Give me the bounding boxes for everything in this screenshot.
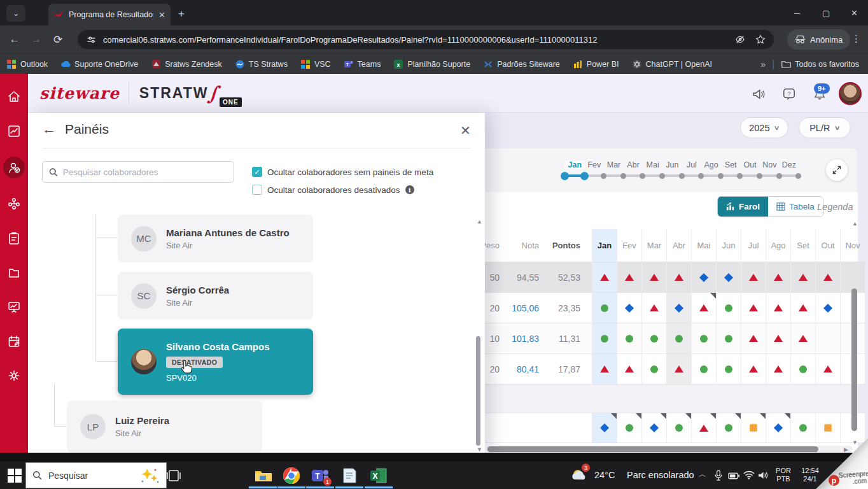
column-header-pontos[interactable]: Pontos: [545, 229, 587, 262]
status-cell-blue-diamond[interactable]: [716, 262, 741, 292]
back-icon[interactable]: ←: [42, 121, 56, 138]
tab-tabela[interactable]: Tabela: [768, 197, 823, 216]
summary-status-cell-blue-diamond[interactable]: [766, 413, 790, 443]
cell-nota[interactable]: 80,41: [506, 354, 545, 384]
battery-icon[interactable]: [728, 471, 740, 480]
person-card-3[interactable]: Silvano Costa CamposSPV020DESATIVADO: [118, 329, 313, 395]
cell-nota[interactable]: 94,55: [506, 262, 545, 292]
sidebar-item-performance-chart[interactable]: [5, 122, 23, 140]
status-cell-red-triangle[interactable]: [790, 262, 815, 292]
tab-farol[interactable]: Farol: [718, 197, 768, 216]
status-cell-green-circle[interactable]: [716, 293, 741, 323]
summary-status-cell-green-circle[interactable]: [790, 413, 815, 443]
person-card-2[interactable]: SCSérgio CorrêaSite Air: [118, 272, 313, 320]
bookmark-ts-stratws[interactable]: TS Stratws: [235, 59, 288, 69]
search-input[interactable]: [63, 167, 227, 177]
window-maximize-button[interactable]: ▢: [822, 8, 830, 18]
status-cell-green-circle[interactable]: [666, 323, 691, 353]
status-cell-red-triangle[interactable]: [741, 262, 766, 292]
slider-tick[interactable]: [718, 173, 724, 179]
browser-tab[interactable]: Programa de Resultados ✕: [48, 4, 171, 25]
wifi-icon[interactable]: [743, 471, 755, 479]
window-minimize-button[interactable]: ─: [794, 8, 800, 18]
bookmark-vsc[interactable]: VSC: [300, 59, 331, 69]
scroll-down-icon[interactable]: ▼: [852, 439, 858, 446]
status-cell-red-triangle[interactable]: [766, 262, 790, 292]
bookmarks-overflow-icon[interactable]: »: [760, 59, 766, 69]
bookmark-sratws-zendesk[interactable]: Sratws Zendesk: [151, 59, 222, 69]
panel-close-icon[interactable]: ✕: [460, 123, 471, 138]
status-cell-red-triangle[interactable]: [641, 293, 666, 323]
user-avatar[interactable]: [839, 82, 862, 105]
scroll-up-icon[interactable]: ▲: [852, 220, 858, 227]
weather-icon[interactable]: 3: [570, 465, 589, 485]
site-info-icon[interactable]: [86, 34, 97, 45]
status-cell-red-triangle[interactable]: [766, 354, 790, 384]
summary-status-cell-orange-square[interactable]: [741, 413, 766, 443]
horizontal-scrollbar[interactable]: [487, 446, 818, 452]
bookmark-chatgpt-openai[interactable]: ChatGPT | OpenAI: [632, 59, 712, 69]
status-cell-red-triangle[interactable]: [741, 293, 766, 323]
language-indicator[interactable]: PORPTB: [773, 467, 794, 483]
bookmark-teams[interactable]: TTeams: [344, 59, 381, 69]
sidebar-item-team[interactable]: [5, 195, 23, 213]
month-label-jun[interactable]: Jun: [662, 160, 682, 169]
status-cell-red-triangle[interactable]: [641, 262, 666, 292]
taskbar-app-notepad[interactable]: [340, 467, 358, 485]
summary-status-cell-orange-square[interactable]: [815, 413, 840, 443]
status-cell-red-triangle[interactable]: [666, 354, 691, 384]
status-cell-red-triangle[interactable]: [766, 293, 790, 323]
info-icon[interactable]: i: [405, 185, 414, 194]
column-header-nota[interactable]: Nota: [506, 229, 545, 262]
panel-scrollbar[interactable]: [476, 336, 480, 446]
tab-close-icon[interactable]: ✕: [158, 10, 165, 20]
status-cell-red-triangle[interactable]: [617, 262, 641, 292]
new-tab-button[interactable]: +: [178, 8, 185, 20]
status-cell-red-triangle[interactable]: [691, 293, 716, 323]
month-column-header-abr[interactable]: Abr: [666, 229, 691, 262]
back-button[interactable]: ←: [4, 33, 25, 46]
status-cell-red-triangle[interactable]: [790, 293, 815, 323]
scope-dropdown[interactable]: PL/R∨: [799, 117, 851, 138]
status-cell-green-circle[interactable]: [641, 354, 666, 384]
browser-menu-icon[interactable]: ⋮: [851, 33, 862, 45]
month-column-header-mar[interactable]: Mar: [641, 229, 666, 262]
month-column-header-jun[interactable]: Jun: [716, 229, 741, 262]
month-label-abr[interactable]: Abr: [623, 160, 643, 169]
status-cell-green-circle[interactable]: [691, 323, 716, 353]
sidebar-item-home[interactable]: [5, 88, 23, 106]
month-label-nov[interactable]: Nov: [759, 160, 780, 169]
tab-search-button[interactable]: ⌄: [6, 5, 25, 22]
start-button[interactable]: [8, 469, 22, 483]
taskbar-app-explorer[interactable]: [254, 467, 272, 485]
status-cell-red-triangle[interactable]: [766, 323, 790, 353]
person-card-4[interactable]: LPLuiz PereiraSite Air: [67, 400, 262, 453]
cell-nota[interactable]: 101,83: [506, 323, 545, 353]
eye-off-icon[interactable]: [734, 34, 746, 45]
month-column-header-jul[interactable]: Jul: [741, 229, 766, 262]
month-column-header-out[interactable]: Out: [815, 229, 840, 262]
bookmark-suporte-onedrive[interactable]: Suporte OneDrive: [60, 59, 138, 69]
status-cell-blue-diamond[interactable]: [815, 293, 840, 323]
month-label-mar[interactable]: Mar: [604, 160, 624, 169]
status-badge[interactable]: DESATIVADO: [166, 357, 223, 368]
summary-status-cell-blue-diamond[interactable]: [641, 413, 666, 443]
clock[interactable]: 12:5424/1: [797, 467, 823, 483]
collaborator-search[interactable]: [42, 161, 234, 183]
checkbox-unchecked-icon[interactable]: [252, 185, 262, 195]
sidebar-item-documents[interactable]: [5, 264, 23, 281]
slider-tick[interactable]: [776, 173, 782, 179]
bookmark-padr-es-siteware[interactable]: Padrões Siteware: [483, 59, 560, 69]
month-label-out[interactable]: Out: [740, 160, 760, 169]
forward-button[interactable]: →: [25, 33, 47, 46]
panel-scroll-down-icon[interactable]: ▼: [477, 446, 482, 453]
window-close-button[interactable]: ✕: [851, 8, 858, 18]
month-label-mai[interactable]: Mai: [643, 160, 663, 169]
status-cell-green-circle[interactable]: [641, 323, 666, 353]
slider-handle[interactable]: [580, 172, 589, 180]
year-dropdown[interactable]: 2025∨: [740, 117, 788, 138]
status-cell-none[interactable]: [815, 323, 840, 353]
bookmark-star-icon[interactable]: [755, 34, 766, 45]
month-label-dez[interactable]: Dez: [779, 160, 799, 169]
month-label-set[interactable]: Set: [720, 160, 741, 169]
